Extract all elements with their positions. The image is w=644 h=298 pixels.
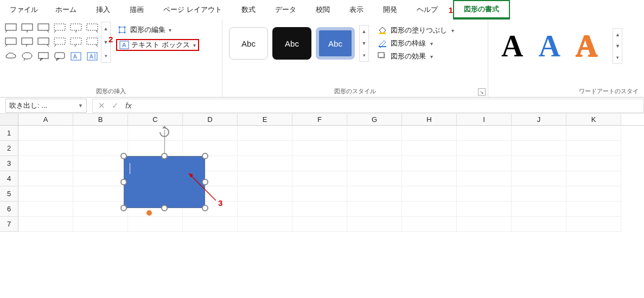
shape-effects-button[interactable]: 図形の効果 ▾ <box>378 51 454 61</box>
shape-oval-callout[interactable] <box>20 50 35 63</box>
cell[interactable] <box>566 141 621 156</box>
shape-callout-9[interactable] <box>36 36 51 49</box>
cell[interactable] <box>402 186 457 202</box>
tab-data[interactable]: データ <box>265 0 306 20</box>
shape-textbox-v[interactable]: A <box>85 50 100 63</box>
row-header[interactable]: 2 <box>0 141 18 156</box>
cell[interactable] <box>73 171 128 186</box>
cell[interactable] <box>18 171 73 186</box>
cell[interactable] <box>512 202 566 217</box>
shape-style-preset-2[interactable]: Abc <box>272 27 311 60</box>
cell[interactable] <box>183 126 238 141</box>
col-header[interactable]: B <box>73 114 128 125</box>
col-header[interactable]: H <box>402 114 457 125</box>
selected-shape-callout[interactable] <box>124 156 205 208</box>
cell[interactable] <box>18 141 73 156</box>
cell[interactable] <box>238 217 292 232</box>
cell[interactable] <box>238 126 292 141</box>
cell[interactable] <box>566 156 621 171</box>
cell[interactable] <box>402 126 457 141</box>
tab-shape-format[interactable]: 図形の書式 <box>453 0 510 20</box>
cell[interactable] <box>347 217 402 232</box>
shape-callout-4[interactable] <box>52 22 67 35</box>
resize-handle-b[interactable] <box>161 205 168 211</box>
cell[interactable] <box>292 186 347 202</box>
resize-handle-br[interactable] <box>202 205 208 211</box>
wordart-up[interactable]: ▲ <box>613 29 622 40</box>
col-header[interactable]: G <box>347 114 402 125</box>
shape-fill-button[interactable]: 図形の塗りつぶし ▾ <box>378 25 454 35</box>
cell[interactable] <box>402 217 457 232</box>
cell[interactable] <box>18 156 73 171</box>
cell[interactable] <box>566 217 621 232</box>
cell[interactable] <box>402 141 457 156</box>
cell[interactable] <box>238 171 292 186</box>
cell[interactable] <box>73 156 128 171</box>
cell[interactable] <box>566 171 621 186</box>
fx-icon[interactable]: fx <box>125 101 132 110</box>
shape-gallery-more[interactable]: ▾ <box>101 49 110 62</box>
resize-handle-bl[interactable] <box>120 205 127 211</box>
shape-callout-7[interactable] <box>3 36 18 49</box>
cell[interactable] <box>457 217 512 232</box>
cell[interactable] <box>457 202 512 217</box>
cell[interactable] <box>457 126 512 141</box>
cell[interactable] <box>512 156 566 171</box>
cell[interactable] <box>512 141 566 156</box>
shape-outline-button[interactable]: 図形の枠線 ▾ <box>378 38 454 48</box>
shape-textbox-h[interactable]: A <box>68 50 84 63</box>
resize-handle-r[interactable] <box>202 179 208 185</box>
cell[interactable] <box>238 141 292 156</box>
tab-view[interactable]: 表示 <box>340 0 373 20</box>
tab-help[interactable]: ヘルプ <box>407 0 448 20</box>
cell[interactable] <box>457 141 512 156</box>
shape-callout-2[interactable] <box>20 22 35 35</box>
shape-style-preset-1[interactable]: Abc <box>229 27 268 60</box>
cell[interactable] <box>457 186 512 202</box>
cell[interactable] <box>402 171 457 186</box>
col-header[interactable]: J <box>512 114 566 125</box>
cell[interactable] <box>292 217 347 232</box>
cell[interactable] <box>73 141 128 156</box>
shape-rect-callout[interactable] <box>36 50 51 63</box>
row-header[interactable]: 4 <box>0 171 18 186</box>
formula-input[interactable] <box>138 99 638 112</box>
cell[interactable] <box>128 126 183 141</box>
cell[interactable] <box>566 126 621 141</box>
cell[interactable] <box>238 202 292 217</box>
row-header[interactable]: 6 <box>0 202 18 217</box>
text-box-button[interactable]: A テキスト ボックス ▾ <box>116 39 199 51</box>
cell[interactable] <box>128 217 183 232</box>
wordart-preset-2[interactable]: A <box>538 29 560 63</box>
cell[interactable] <box>292 156 347 171</box>
cell[interactable] <box>566 202 621 217</box>
shape-callout-10[interactable] <box>52 36 67 49</box>
shape-style-preset-3[interactable]: Abc <box>316 27 355 60</box>
edit-shape-button[interactable]: 図形の編集 ▾ <box>116 24 199 36</box>
cell[interactable] <box>402 156 457 171</box>
shape-callout-5[interactable] <box>68 22 84 35</box>
cell[interactable] <box>402 202 457 217</box>
cell[interactable] <box>347 141 402 156</box>
col-header[interactable]: D <box>183 114 238 125</box>
shape-callout-6[interactable] <box>85 22 100 35</box>
shape-style-up[interactable]: ▲ <box>360 25 368 37</box>
tab-review[interactable]: 校閲 <box>306 0 340 20</box>
shape-callout-11[interactable] <box>68 36 84 49</box>
cell[interactable] <box>347 156 402 171</box>
cell[interactable] <box>73 186 128 202</box>
cell[interactable] <box>73 217 128 232</box>
cell[interactable] <box>347 171 402 186</box>
cell[interactable] <box>183 141 238 156</box>
shape-style-more[interactable]: ▾ <box>360 49 368 61</box>
cell[interactable] <box>566 186 621 202</box>
cancel-formula-button[interactable]: ✕ <box>98 101 105 111</box>
wordart-down[interactable]: ▼ <box>613 40 622 51</box>
row-header[interactable]: 5 <box>0 186 18 202</box>
cell[interactable] <box>18 126 73 141</box>
shape-body[interactable] <box>124 156 205 208</box>
cell[interactable] <box>457 171 512 186</box>
cell[interactable] <box>18 186 73 202</box>
cell[interactable] <box>183 217 238 232</box>
cell[interactable] <box>292 141 347 156</box>
